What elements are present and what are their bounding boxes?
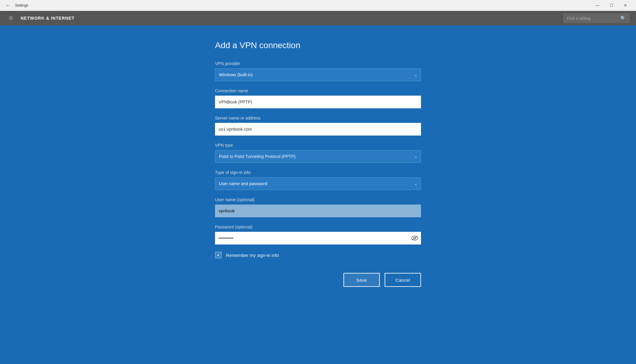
vpn-provider-label: VPN provider (215, 61, 421, 66)
settings-icon: ⚙ (6, 13, 16, 23)
remember-label[interactable]: Remember my sign-in info (226, 253, 279, 258)
search-icon: 🔍 (620, 15, 626, 21)
search-bar: 🔍 (563, 13, 630, 23)
vpn-type-label: VPN type (215, 143, 421, 148)
vpn-provider-group: VPN provider Windows (built-in) ⌄ (215, 61, 421, 81)
sign-in-type-group: Type of sign-in info User name and passw… (215, 170, 421, 190)
connection-name-input[interactable] (215, 96, 421, 108)
close-button[interactable]: ✕ (618, 0, 632, 11)
password-label: Password (optional) (215, 225, 421, 229)
sign-in-type-select[interactable]: User name and password (215, 177, 421, 190)
vpn-provider-select[interactable]: Windows (built-in) (215, 68, 421, 81)
minimize-button[interactable]: — (591, 0, 605, 11)
server-name-input[interactable] (215, 123, 421, 136)
header-bar: ⚙ NETWORK & INTERNET 🔍 (0, 11, 636, 25)
buttons-row: Save Cancel (215, 273, 421, 293)
save-button[interactable]: Save (343, 273, 380, 287)
username-input[interactable] (215, 205, 421, 217)
page-title: Add a VPN connection (215, 41, 421, 50)
header-title: NETWORK & INTERNET (21, 16, 558, 21)
checkmark-icon: ✓ (217, 253, 220, 257)
main-content: Add a VPN connection VPN provider Window… (0, 25, 636, 364)
settings-window: ← Settings — ☐ ✕ ⚙ NETWORK & INTERNET 🔍 … (0, 0, 636, 364)
vpn-type-wrapper: Point to Point Tunneling Protocol (PPTP)… (215, 150, 421, 163)
search-input[interactable] (567, 16, 618, 21)
password-wrapper (215, 232, 421, 244)
vpn-type-group: VPN type Point to Point Tunneling Protoc… (215, 143, 421, 163)
sign-in-type-label: Type of sign-in info (215, 170, 421, 175)
sign-in-type-wrapper: User name and password ⌄ (215, 177, 421, 190)
title-bar: ← Settings — ☐ ✕ (0, 0, 636, 11)
remember-checkbox[interactable]: ✓ (215, 252, 222, 258)
vpn-form: Add a VPN connection VPN provider Window… (215, 41, 421, 349)
server-name-group: Server name or address (215, 116, 421, 136)
connection-name-group: Connection name (215, 88, 421, 108)
server-name-label: Server name or address (215, 116, 421, 120)
connection-name-label: Connection name (215, 88, 421, 93)
password-input[interactable] (215, 232, 421, 244)
vpn-type-select[interactable]: Point to Point Tunneling Protocol (PPTP) (215, 150, 421, 163)
back-button[interactable]: ← (4, 1, 13, 10)
show-password-icon[interactable] (411, 236, 418, 241)
username-label: User name (optional) (215, 197, 421, 202)
remember-checkbox-wrapper: ✓ Remember my sign-in info (215, 252, 421, 258)
window-controls: — ☐ ✕ (591, 0, 632, 11)
cancel-button[interactable]: Cancel (385, 273, 421, 287)
password-group: Password (optional) (215, 225, 421, 244)
vpn-provider-wrapper: Windows (built-in) ⌄ (215, 68, 421, 81)
username-group: User name (optional) (215, 197, 421, 217)
maximize-button[interactable]: ☐ (605, 0, 618, 11)
window-title: Settings (15, 3, 591, 8)
